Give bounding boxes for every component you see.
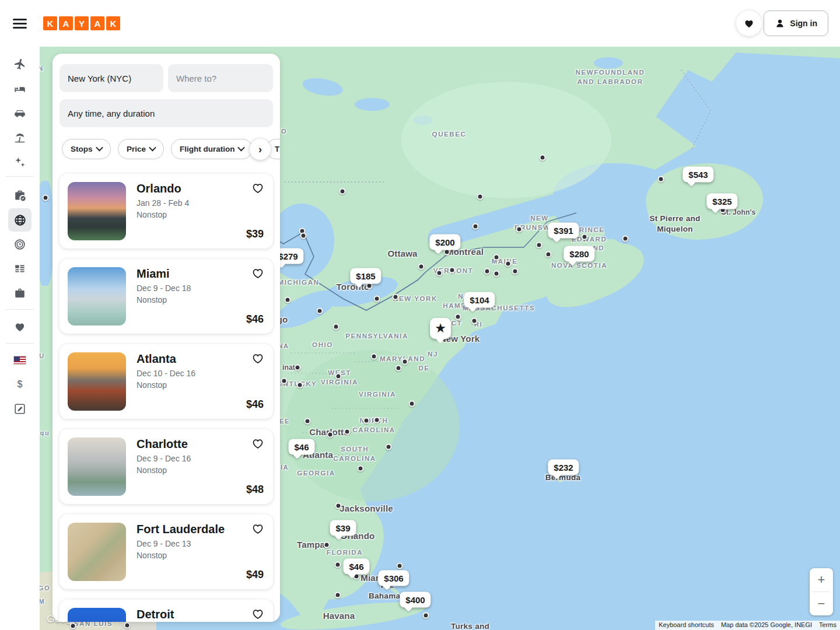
price-marker-306[interactable]: $306 bbox=[378, 570, 409, 586]
map-destination-dot[interactable] bbox=[393, 294, 399, 300]
sign-in-button[interactable]: Sign in bbox=[764, 10, 828, 36]
map-destination-dot[interactable] bbox=[358, 466, 364, 472]
terms-link[interactable]: Terms bbox=[816, 621, 840, 630]
map-destination-dot[interactable] bbox=[516, 226, 523, 233]
zoom-in-button[interactable]: + bbox=[810, 568, 833, 592]
map-destination-dot[interactable] bbox=[371, 354, 377, 360]
price-marker-185[interactable]: $185 bbox=[350, 268, 381, 284]
map-destination-dot[interactable] bbox=[386, 444, 392, 450]
map-destination-dot[interactable] bbox=[374, 417, 380, 424]
sidebar-item-packages[interactable] bbox=[8, 126, 32, 149]
sidebar-item-currency[interactable]: $ bbox=[8, 373, 32, 396]
map-destination-dot[interactable] bbox=[512, 268, 519, 275]
map-destination-dot[interactable] bbox=[344, 429, 351, 435]
sidebar-item-trips[interactable] bbox=[8, 184, 32, 207]
sidebar-item-explore[interactable] bbox=[8, 208, 32, 232]
origin-input[interactable]: New York (NYC) bbox=[60, 64, 163, 92]
map-destination-dot[interactable] bbox=[540, 155, 546, 161]
save-destination-button[interactable] bbox=[251, 607, 265, 622]
map-destination-dot[interactable] bbox=[494, 271, 500, 277]
map-destination-dot[interactable] bbox=[335, 562, 341, 568]
map-destination-dot[interactable] bbox=[300, 233, 307, 239]
filter-price[interactable]: Price bbox=[118, 139, 164, 159]
price-marker-232[interactable]: $232 bbox=[548, 460, 579, 475]
map-destination-dot[interactable] bbox=[340, 188, 346, 195]
map-destination-dot[interactable] bbox=[505, 261, 512, 267]
map-destination-dot[interactable] bbox=[281, 378, 288, 384]
price-marker-280[interactable]: $280 bbox=[564, 246, 594, 262]
destination-card-fort-lauderdale[interactable]: Fort Lauderdale Dec 9 - Dec 13 Nonstop $… bbox=[60, 514, 273, 589]
destination-input[interactable]: Where to? bbox=[168, 64, 273, 92]
filters-scroll-right-button[interactable]: › bbox=[250, 139, 271, 160]
map-destination-dot[interactable] bbox=[124, 622, 131, 629]
favorites-button[interactable] bbox=[736, 10, 762, 36]
map-destination-dot[interactable] bbox=[363, 418, 370, 424]
sidebar-item-language[interactable] bbox=[8, 348, 32, 372]
destination-card-charlotte[interactable]: Charlotte Dec 9 - Dec 16 Nonstop $48 bbox=[60, 429, 273, 504]
map-destination-dot[interactable] bbox=[484, 268, 491, 275]
map-destination-dot[interactable] bbox=[436, 270, 443, 276]
map-destination-dot[interactable] bbox=[43, 195, 49, 201]
map-destination-dot[interactable] bbox=[327, 432, 334, 438]
map-destination-dot[interactable] bbox=[324, 542, 330, 548]
map-destination-dot[interactable] bbox=[70, 623, 76, 629]
sidebar-item-saved[interactable] bbox=[8, 315, 32, 338]
map-destination-dot[interactable] bbox=[449, 267, 456, 274]
destination-card-orlando[interactable]: Orlando Jan 28 - Feb 4 Nonstop $39 bbox=[60, 174, 273, 249]
map-destination-dot[interactable] bbox=[396, 365, 402, 372]
filter-stops[interactable]: Stops bbox=[62, 139, 111, 159]
destination-card-detroit[interactable]: Detroit bbox=[60, 600, 273, 622]
map-destination-dot[interactable] bbox=[335, 503, 342, 509]
map-destination-dot[interactable] bbox=[409, 401, 415, 407]
map-destination-dot[interactable] bbox=[333, 324, 340, 330]
map-destination-dot[interactable] bbox=[494, 254, 500, 261]
price-marker-391[interactable]: $391 bbox=[548, 223, 579, 239]
kayak-logo[interactable]: K A Y A K bbox=[43, 16, 120, 30]
map-destination-dot[interactable] bbox=[471, 318, 478, 324]
save-destination-button[interactable] bbox=[251, 522, 265, 538]
sidebar-item-stays[interactable] bbox=[8, 77, 32, 100]
map-destination-dot[interactable] bbox=[397, 563, 403, 569]
price-marker-46[interactable]: $46 bbox=[343, 559, 369, 575]
price-marker-46[interactable]: $46 bbox=[288, 439, 314, 455]
price-marker-325[interactable]: $325 bbox=[706, 194, 737, 209]
sidebar-item-flights[interactable] bbox=[8, 52, 32, 76]
map-destination-dot[interactable] bbox=[582, 234, 588, 240]
price-marker-39[interactable]: $39 bbox=[330, 520, 356, 536]
price-marker-400[interactable]: $400 bbox=[400, 592, 430, 608]
price-marker-200[interactable]: $200 bbox=[429, 235, 460, 250]
save-destination-button[interactable] bbox=[251, 181, 265, 197]
map-destination-dot[interactable] bbox=[536, 242, 542, 249]
map-destination-dot[interactable] bbox=[285, 297, 291, 303]
destination-card-atlanta[interactable]: Atlanta Dec 10 - Dec 16 Nonstop $46 bbox=[60, 344, 273, 419]
price-marker-104[interactable]: $104 bbox=[464, 292, 495, 308]
menu-icon[interactable] bbox=[13, 16, 27, 30]
map-destination-dot[interactable] bbox=[304, 418, 311, 425]
map-destination-dot[interactable] bbox=[423, 612, 429, 619]
map-destination-dot[interactable] bbox=[622, 236, 629, 242]
map-destination-dot[interactable] bbox=[335, 592, 341, 598]
map-destination-dot[interactable] bbox=[317, 308, 323, 314]
map-destination-dot[interactable] bbox=[297, 382, 303, 388]
map-destination-dot[interactable] bbox=[295, 365, 301, 371]
map-destination-dot[interactable] bbox=[418, 264, 425, 270]
dates-input[interactable]: Any time, any duration bbox=[60, 99, 273, 127]
sidebar-item-cars[interactable] bbox=[8, 102, 32, 125]
filter-flight-duration[interactable]: Flight duration bbox=[171, 139, 253, 159]
map-destination-dot[interactable] bbox=[402, 359, 408, 365]
save-destination-button[interactable] bbox=[251, 436, 265, 453]
sidebar-item-ai[interactable] bbox=[8, 150, 32, 174]
map-destination-dot[interactable] bbox=[473, 223, 479, 230]
sidebar-item-travel-tips[interactable] bbox=[8, 257, 32, 281]
map-destination-dot[interactable] bbox=[477, 194, 484, 200]
map-destination-dot[interactable] bbox=[455, 314, 461, 320]
save-destination-button[interactable] bbox=[251, 266, 265, 282]
map-destination-dot[interactable] bbox=[374, 296, 380, 302]
keyboard-shortcuts-link[interactable]: Keyboard shortcuts bbox=[655, 621, 718, 630]
destination-card-miami[interactable]: Miami Dec 9 - Dec 18 Nonstop $46 bbox=[60, 259, 273, 334]
sidebar-item-feedback[interactable] bbox=[8, 397, 32, 421]
price-marker-543[interactable]: $543 bbox=[682, 167, 713, 183]
map-destination-dot[interactable] bbox=[545, 251, 552, 258]
map-destination-dot[interactable] bbox=[335, 373, 342, 380]
save-destination-button[interactable] bbox=[251, 351, 265, 368]
